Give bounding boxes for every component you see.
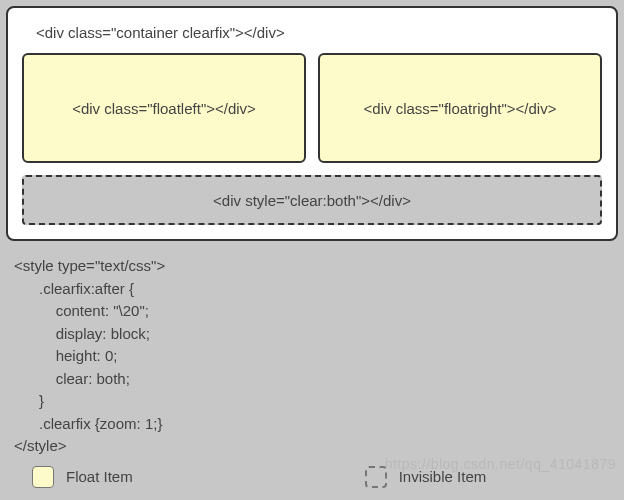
float-left-box: <div class="floatleft"></div> [22,53,306,163]
invisible-swatch-icon [365,466,387,488]
float-right-box: <div class="floatright"></div> [318,53,602,163]
legend-float-label: Float Item [66,468,133,485]
container-label: <div class="container clearfix"></div> [22,20,602,53]
clear-both-box: <div style="clear:both"></div> [22,175,602,225]
legend-row: Float Item Invisible Item [32,466,618,488]
container-box: <div class="container clearfix"></div> <… [6,6,618,241]
legend-invisible-label: Invisible Item [399,468,487,485]
float-swatch-icon [32,466,54,488]
float-row: <div class="floatleft"></div> <div class… [22,53,602,163]
css-code-block: <style type="text/css"> .clearfix:after … [14,255,618,458]
